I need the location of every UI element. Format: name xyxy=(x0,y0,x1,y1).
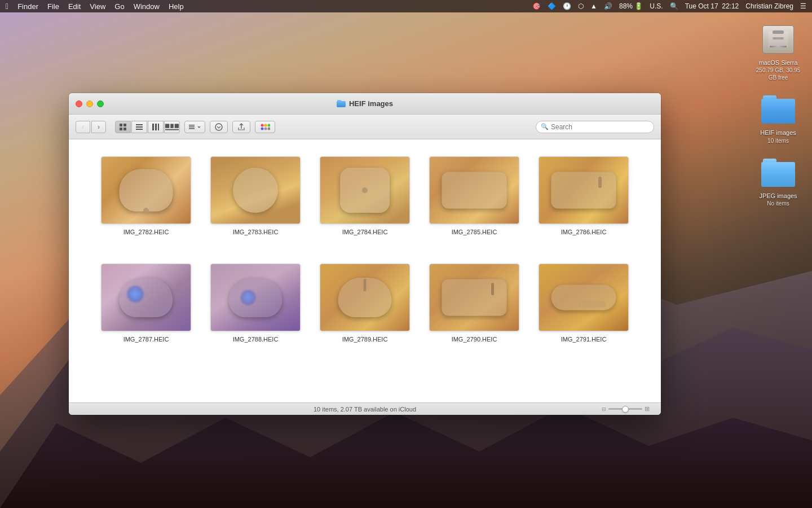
arrange-button[interactable] xyxy=(184,121,205,133)
desktop-icons: macOS Sierra 250.79 GB, 30.95 GB free HE… xyxy=(756,23,801,207)
file-thumbnail xyxy=(101,156,191,224)
menubar-bluetooth-icon: 🔷 xyxy=(548,2,556,10)
file-grid: IMG_2782.HEIC IMG_2783.HEIC IMG_278 xyxy=(91,151,638,348)
menubar-volume-icon[interactable]: 🔊 xyxy=(604,2,612,10)
svg-rect-14 xyxy=(158,124,159,130)
svg-rect-8 xyxy=(123,128,126,130)
svg-rect-7 xyxy=(120,128,122,130)
list-item[interactable]: IMG_2785.HEIC xyxy=(420,151,529,241)
svg-rect-21 xyxy=(189,128,195,129)
menu-edit[interactable]: Edit xyxy=(68,2,81,11)
list-item[interactable]: IMG_2782.HEIC xyxy=(91,151,201,241)
svg-point-28 xyxy=(268,127,271,130)
menu-go[interactable]: Go xyxy=(114,2,124,11)
finder-window: HEIF images ‹ › xyxy=(69,93,661,415)
list-item[interactable]: IMG_2784.HEIC xyxy=(310,151,420,241)
action-button[interactable] xyxy=(210,121,228,133)
menubar:  Finder File Edit View Go Window Help 🎯… xyxy=(0,0,812,12)
svg-point-27 xyxy=(264,127,267,130)
svg-rect-16 xyxy=(170,124,174,128)
svg-point-26 xyxy=(261,127,264,130)
menu-finder[interactable]: Finder xyxy=(17,2,38,11)
svg-rect-20 xyxy=(189,126,195,128)
menubar-notification-icon[interactable]: ☰ xyxy=(800,2,806,10)
zoom-icon-large: ⊞ xyxy=(645,405,650,413)
search-input[interactable] xyxy=(551,123,649,131)
minimize-button[interactable] xyxy=(86,100,93,107)
menu-view[interactable]: View xyxy=(90,2,105,11)
status-bar: 10 items, 2.07 TB available on iCloud ⊟ … xyxy=(69,402,661,415)
file-name: IMG_2784.HEIC xyxy=(342,229,388,235)
menubar-left:  Finder File Edit View Go Window Help xyxy=(6,2,184,11)
view-list-button[interactable] xyxy=(131,121,147,133)
menubar-bluetooth-icon2[interactable]: ⬡ xyxy=(578,2,584,10)
list-item[interactable]: IMG_2789.HEIC xyxy=(310,258,420,348)
file-content-area[interactable]: IMG_2782.HEIC IMG_2783.HEIC IMG_278 xyxy=(69,139,661,402)
list-item[interactable]: IMG_2787.HEIC xyxy=(91,258,201,348)
menubar-user[interactable]: Christian Zibreg xyxy=(745,2,793,10)
file-name: IMG_2782.HEIC xyxy=(123,229,169,235)
list-item[interactable]: IMG_2783.HEIC xyxy=(201,151,310,241)
back-button[interactable]: ‹ xyxy=(76,121,90,133)
status-text: 10 items, 2.07 TB available on iCloud xyxy=(314,406,416,413)
jpeg-folder-image xyxy=(761,156,795,190)
list-item[interactable]: IMG_2791.HEIC xyxy=(529,258,638,348)
svg-point-23 xyxy=(261,124,264,126)
tag-button[interactable] xyxy=(255,121,275,133)
traffic-lights xyxy=(76,100,104,107)
zoom-slider[interactable]: ⊟ ⊞ xyxy=(602,405,650,413)
menu-file[interactable]: File xyxy=(47,2,59,11)
desktop-icon-heif-label: HEIF images 10 items xyxy=(760,129,796,144)
file-thumbnail xyxy=(429,264,519,331)
desktop-icon-jpeg-label: JPEG images No items xyxy=(759,192,797,207)
list-item[interactable]: IMG_2788.HEIC xyxy=(201,258,310,348)
share-button[interactable] xyxy=(232,121,250,133)
view-cover-button[interactable] xyxy=(164,121,180,133)
file-thumbnail xyxy=(320,264,410,331)
menu-window[interactable]: Window xyxy=(134,2,160,11)
maximize-button[interactable] xyxy=(97,100,104,107)
toolbar: ‹ › xyxy=(69,115,661,139)
file-name: IMG_2787.HEIC xyxy=(123,336,169,343)
view-icon-button[interactable] xyxy=(115,121,131,133)
svg-rect-12 xyxy=(152,124,154,130)
list-item[interactable]: IMG_2786.HEIC xyxy=(529,151,638,241)
svg-rect-15 xyxy=(165,124,169,128)
menubar-battery: 88% 🔋 xyxy=(619,2,643,10)
file-name: IMG_2788.HEIC xyxy=(233,336,279,343)
svg-rect-18 xyxy=(165,129,179,130)
file-name: IMG_2786.HEIC xyxy=(561,229,607,235)
list-item[interactable]: IMG_2790.HEIC xyxy=(420,258,529,348)
file-thumbnail xyxy=(210,264,301,331)
close-button[interactable] xyxy=(76,100,82,107)
title-folder-icon xyxy=(337,100,346,107)
slider-track[interactable] xyxy=(608,408,642,410)
menu-help[interactable]: Help xyxy=(169,2,184,11)
heif-folder-image xyxy=(761,93,795,126)
search-icon: 🔍 xyxy=(541,123,549,130)
menubar-datetime: Tue Oct 17 22:12 xyxy=(685,2,739,10)
view-column-button[interactable] xyxy=(148,121,164,133)
file-name: IMG_2791.HEIC xyxy=(561,336,607,343)
desktop-icon-macos-sierra[interactable]: macOS Sierra 250.79 GB, 30.95 GB free xyxy=(756,23,801,81)
svg-rect-11 xyxy=(136,129,143,130)
svg-rect-19 xyxy=(189,125,195,126)
search-bar[interactable]: 🔍 xyxy=(536,121,654,133)
desktop-icon-jpeg-images[interactable]: JPEG images No items xyxy=(756,156,801,207)
slider-thumb[interactable] xyxy=(622,406,629,413)
apple-menu[interactable]:  xyxy=(6,2,8,11)
window-title-text: HEIF images xyxy=(349,99,393,108)
menubar-search-icon[interactable]: 🔍 xyxy=(670,2,678,10)
svg-rect-17 xyxy=(175,124,179,128)
svg-point-22 xyxy=(215,124,222,130)
desktop-icon-heif-images[interactable]: HEIF images 10 items xyxy=(756,93,801,144)
svg-point-24 xyxy=(264,124,267,126)
svg-rect-6 xyxy=(123,124,126,126)
nav-buttons: ‹ › xyxy=(76,121,106,133)
menubar-wifi-icon[interactable]: ▲ xyxy=(590,2,597,10)
menubar-language[interactable]: U.S. xyxy=(650,2,663,10)
window-title: HEIF images xyxy=(337,99,393,108)
file-thumbnail xyxy=(539,264,629,331)
title-bar: HEIF images xyxy=(69,93,661,115)
forward-button[interactable]: › xyxy=(91,121,106,133)
